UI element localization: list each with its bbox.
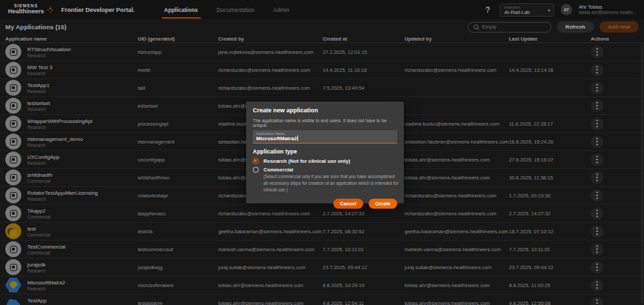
cancel-button[interactable]: Cancel: [333, 199, 363, 209]
application-type-label: Application type: [253, 148, 397, 155]
application-name-value: MicrosoftMaira2: [256, 136, 394, 142]
radio-unselected-icon: [253, 167, 259, 173]
app-window: SIEMENS Healthineers Frontier Developer …: [0, 0, 644, 305]
modal-title: Create new application: [253, 107, 397, 114]
text-cursor: [297, 136, 298, 141]
radio-selected-icon: [253, 158, 259, 164]
radio-commercial-label: Commercial: [263, 167, 293, 173]
radio-commercial[interactable]: Commercial: [253, 167, 397, 173]
commercial-description: (Select commercial only if you are sure …: [263, 173, 399, 193]
modal-description: The application name is visible to end u…: [253, 118, 397, 128]
radio-research-label: Research (Not for clinical use only): [263, 158, 350, 164]
application-name-label: Application Name: [256, 132, 394, 136]
modal-buttons: Cancel Create: [253, 199, 397, 209]
application-name-field[interactable]: Application Name MicrosoftMaira2: [253, 130, 397, 144]
create-button[interactable]: Create: [369, 199, 397, 209]
radio-research[interactable]: Research (Not for clinical use only): [253, 158, 397, 164]
create-application-modal: Create new application The application n…: [246, 102, 404, 203]
